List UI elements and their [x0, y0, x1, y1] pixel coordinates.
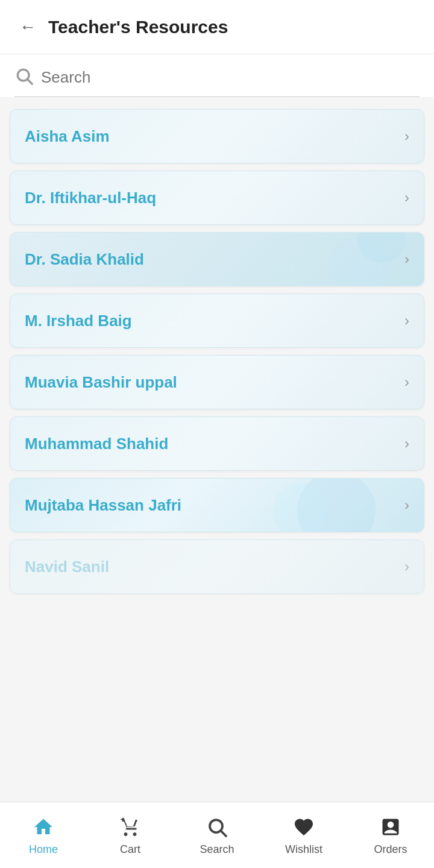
- nav-item-search[interactable]: Search: [181, 814, 253, 856]
- search-nav-icon: [204, 814, 230, 840]
- chevron-right-icon-1: ›: [404, 128, 409, 145]
- nav-label-orders: Orders: [374, 843, 407, 856]
- nav-item-orders[interactable]: Orders: [354, 814, 427, 856]
- nav-label-search: Search: [200, 843, 234, 856]
- nav-label-wishlist: Wishlist: [285, 843, 322, 856]
- teacher-card-6[interactable]: Muhammad Shahid ›: [10, 417, 424, 471]
- chevron-right-icon-6: ›: [404, 435, 409, 452]
- nav-label-cart: Cart: [120, 843, 140, 856]
- back-arrow-icon: ←: [19, 17, 36, 37]
- wishlist-icon: [291, 814, 316, 840]
- teacher-name-2: Dr. Iftikhar-ul-Haq: [25, 189, 156, 207]
- teacher-name-1: Aisha Asim: [25, 127, 110, 146]
- bottom-nav: Home Cart Search Wishlist: [0, 802, 434, 868]
- home-icon: [31, 814, 56, 840]
- search-input[interactable]: [41, 68, 420, 87]
- back-button[interactable]: ←: [14, 14, 41, 40]
- teacher-name-6: Muhammad Shahid: [25, 435, 168, 453]
- teacher-card-5[interactable]: Muavia Bashir uppal ›: [10, 355, 424, 409]
- svg-line-1: [28, 80, 32, 84]
- teacher-card-1[interactable]: Aisha Asim ›: [10, 109, 424, 163]
- nav-label-home: Home: [29, 843, 58, 856]
- orders-icon: [378, 814, 403, 840]
- chevron-right-icon-5: ›: [404, 374, 409, 391]
- nav-item-home[interactable]: Home: [7, 814, 80, 856]
- teacher-card-8[interactable]: Navid Sanil ›: [10, 539, 424, 594]
- teacher-name-8: Navid Sanil: [25, 558, 109, 576]
- search-container: [0, 54, 434, 97]
- nav-item-wishlist[interactable]: Wishlist: [268, 814, 340, 856]
- cart-icon: [118, 814, 143, 840]
- teacher-card-3[interactable]: Dr. Sadia Khalid ›: [10, 232, 424, 286]
- main-content: Aisha Asim › Dr. Iftikhar-ul-Haq › Dr. S…: [0, 54, 434, 678]
- page-title: Teacher's Resources: [48, 17, 228, 37]
- chevron-right-icon-8: ›: [404, 558, 409, 575]
- search-icon: [14, 66, 34, 88]
- teacher-list: Aisha Asim › Dr. Iftikhar-ul-Haq › Dr. S…: [0, 97, 434, 606]
- chevron-right-icon-3: ›: [404, 251, 409, 268]
- chevron-right-icon-7: ›: [404, 497, 409, 514]
- teacher-name-5: Muavia Bashir uppal: [25, 373, 177, 392]
- nav-item-cart[interactable]: Cart: [94, 814, 166, 856]
- chevron-right-icon-4: ›: [404, 312, 409, 329]
- teacher-card-2[interactable]: Dr. Iftikhar-ul-Haq ›: [10, 171, 424, 225]
- svg-line-3: [221, 831, 226, 836]
- teacher-name-3: Dr. Sadia Khalid: [25, 250, 144, 269]
- teacher-card-4[interactable]: M. Irshad Baig ›: [10, 294, 424, 348]
- teacher-name-7: Mujtaba Hassan Jafri: [25, 496, 181, 515]
- teacher-name-4: M. Irshad Baig: [25, 312, 132, 330]
- chevron-right-icon-2: ›: [404, 189, 409, 206]
- header: ← Teacher's Resources: [0, 0, 434, 54]
- teacher-card-7[interactable]: Mujtaba Hassan Jafri ›: [10, 478, 424, 532]
- search-input-wrapper: [14, 66, 420, 97]
